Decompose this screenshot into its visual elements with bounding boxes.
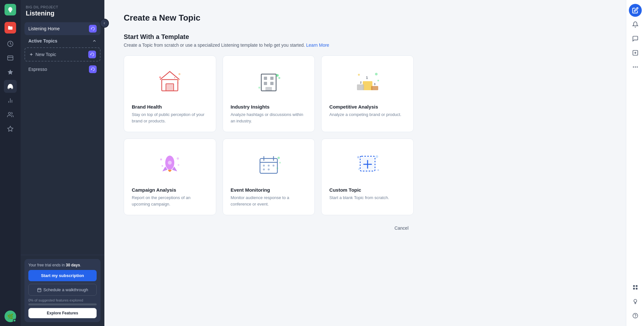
espresso-badge bbox=[89, 65, 97, 73]
event-monitoring-icon bbox=[254, 151, 283, 177]
cancel-button[interactable]: Cancel bbox=[389, 223, 414, 233]
trial-text: Your free trial ends in 30 days. bbox=[28, 263, 97, 267]
svg-text:+: + bbox=[177, 82, 179, 84]
svg-rect-19 bbox=[264, 82, 267, 85]
more-options-button[interactable] bbox=[629, 61, 642, 73]
active-topics-label: Active Topics bbox=[28, 38, 57, 43]
templates-grid: + + Brand Health Stay on top of public p… bbox=[124, 55, 414, 215]
chat-icon bbox=[632, 35, 639, 42]
template-custom-topic[interactable]: Custom Topic Start a blank Topic from sc… bbox=[321, 139, 414, 215]
nav-icon-analytics[interactable] bbox=[4, 37, 17, 50]
svg-point-11 bbox=[159, 76, 161, 78]
new-topic-label: New Topic bbox=[35, 52, 56, 57]
progress-bar-bg bbox=[28, 303, 97, 305]
svg-point-55 bbox=[357, 156, 359, 158]
tips-button[interactable] bbox=[629, 295, 642, 308]
chat-button[interactable] bbox=[629, 32, 642, 45]
nav-icon-pin[interactable] bbox=[4, 66, 17, 79]
section-desc: Create a Topic from scratch or use a spe… bbox=[124, 43, 607, 48]
compose-button[interactable] bbox=[629, 4, 642, 17]
brand-health-icon-area: + + bbox=[132, 63, 208, 99]
sidebar-item-listening-home[interactable]: Listening Home bbox=[24, 22, 101, 35]
industry-insights-icon bbox=[254, 68, 283, 94]
competitive-analysis-name: Competitive Analysis bbox=[329, 104, 406, 110]
learn-more-link[interactable]: Learn More bbox=[306, 43, 329, 48]
template-section: Start With a Template Create a Topic fro… bbox=[124, 33, 607, 233]
grid-view-button[interactable] bbox=[629, 281, 642, 294]
template-competitive-analysis[interactable]: 1 2 3 Competitive Analysis Analyze a com… bbox=[321, 55, 414, 132]
notifications-button[interactable] bbox=[629, 18, 642, 31]
svg-point-60 bbox=[633, 66, 634, 67]
nav-icon-star[interactable] bbox=[4, 122, 17, 135]
sidebar-item-espresso[interactable]: Espresso bbox=[24, 63, 101, 76]
nav-icon-reports[interactable] bbox=[4, 94, 17, 107]
active-topics-section[interactable]: Active Topics bbox=[24, 36, 101, 46]
avatar-initials: 🌿 bbox=[7, 313, 14, 320]
new-topic-button[interactable]: New Topic bbox=[24, 47, 101, 62]
svg-rect-27 bbox=[371, 86, 378, 90]
folder-icon[interactable] bbox=[5, 22, 16, 34]
listening-home-badge bbox=[89, 25, 97, 33]
svg-point-13 bbox=[178, 80, 179, 81]
cancel-row: Cancel bbox=[124, 223, 414, 233]
add-content-button[interactable] bbox=[629, 46, 642, 59]
sidebar-header: Big Dil Project Listening bbox=[21, 0, 104, 20]
campaign-analysis-desc: Report on the perceptions of an upcoming… bbox=[132, 195, 208, 207]
icon-rail: 🌿 bbox=[0, 0, 21, 326]
svg-text:2: 2 bbox=[360, 81, 361, 84]
svg-point-47 bbox=[268, 168, 270, 170]
listening-home-label: Listening Home bbox=[28, 26, 60, 31]
page-title: Create a New Topic bbox=[124, 13, 607, 23]
svg-rect-17 bbox=[264, 77, 267, 80]
sidebar-title: Listening bbox=[26, 10, 99, 17]
progress-label: 0% of suggested features explored bbox=[28, 298, 97, 302]
svg-rect-63 bbox=[633, 285, 635, 287]
svg-point-50 bbox=[276, 168, 278, 169]
svg-point-35 bbox=[168, 161, 172, 165]
start-subscription-button[interactable]: Start my subscription bbox=[28, 270, 97, 281]
template-brand-health[interactable]: + + Brand Health Stay on top of public p… bbox=[124, 55, 216, 132]
schedule-walkthrough-button[interactable]: Schedule a walkthrough bbox=[28, 284, 97, 296]
template-event-monitoring[interactable]: Event Monitoring Monitor audience respon… bbox=[223, 139, 315, 215]
sidebar-collapse-button[interactable] bbox=[100, 19, 109, 28]
avatar-status-dot bbox=[13, 319, 16, 322]
svg-rect-21 bbox=[265, 87, 272, 91]
svg-point-38 bbox=[177, 158, 179, 160]
campaign-analysis-icon bbox=[155, 151, 184, 177]
event-monitoring-name: Event Monitoring bbox=[231, 187, 307, 193]
event-monitoring-icon-area bbox=[231, 147, 307, 182]
user-avatar[interactable]: 🌿 bbox=[5, 311, 16, 322]
svg-rect-18 bbox=[270, 77, 274, 80]
new-topic-badge bbox=[88, 51, 96, 58]
explore-features-button[interactable]: Explore Features bbox=[28, 308, 97, 318]
calendar-icon bbox=[37, 288, 42, 292]
template-industry-insights[interactable]: Industry Insights Analyze hashtags or di… bbox=[223, 55, 315, 132]
svg-point-44 bbox=[268, 165, 270, 167]
app-logo[interactable] bbox=[5, 4, 16, 15]
svg-rect-20 bbox=[270, 82, 274, 85]
custom-topic-desc: Start a blank Topic from scratch. bbox=[329, 195, 406, 201]
svg-point-33 bbox=[377, 80, 379, 82]
custom-topic-icon-area bbox=[329, 147, 406, 182]
main-content: Create a New Topic Start With a Template… bbox=[104, 0, 626, 326]
svg-point-23 bbox=[278, 77, 280, 79]
template-campaign-analysis[interactable]: Campaign Analysis Report on the percepti… bbox=[124, 139, 216, 215]
nav-icon-people[interactable] bbox=[4, 108, 17, 121]
industry-insights-icon-area bbox=[231, 63, 307, 99]
help-button[interactable] bbox=[629, 309, 642, 322]
event-monitoring-desc: Monitor audience response to a conferenc… bbox=[231, 195, 307, 207]
chevron-up-icon bbox=[92, 39, 97, 43]
custom-topic-icon bbox=[353, 151, 382, 177]
industry-insights-name: Industry Insights bbox=[231, 104, 307, 110]
nav-icon-inbox[interactable] bbox=[4, 52, 17, 64]
svg-marker-6 bbox=[8, 126, 13, 131]
svg-point-46 bbox=[263, 168, 265, 170]
svg-rect-66 bbox=[636, 288, 637, 290]
brand-health-icon: + + bbox=[155, 68, 184, 94]
nav-icon-listening[interactable] bbox=[4, 80, 17, 93]
grid-icon bbox=[632, 284, 638, 290]
help-icon bbox=[632, 313, 638, 319]
campaign-analysis-icon-area bbox=[132, 147, 208, 182]
compose-icon bbox=[632, 7, 639, 14]
svg-point-58 bbox=[377, 169, 379, 171]
